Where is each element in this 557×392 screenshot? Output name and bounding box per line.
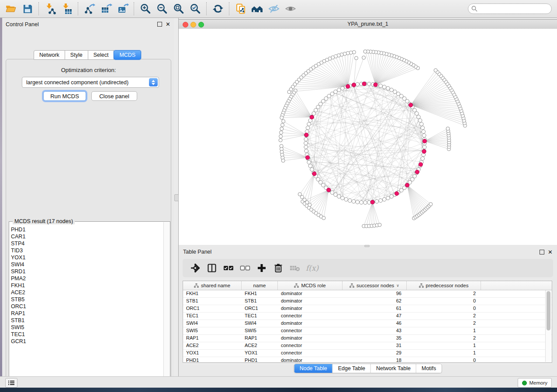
graph-node[interactable]: [341, 86, 345, 90]
zoom-in-button[interactable]: [137, 1, 154, 16]
graph-node[interactable]: [307, 160, 311, 164]
graph-dominator-node[interactable]: [312, 172, 316, 175]
column-header-MCDS-role[interactable]: MCDS role: [278, 281, 343, 290]
graph-node[interactable]: [434, 69, 437, 72]
graph-dominator-node[interactable]: [394, 192, 398, 196]
tab-network-table[interactable]: Network Table: [370, 364, 416, 373]
graph-node[interactable]: [362, 56, 366, 59]
cell-name[interactable]: STB1: [242, 298, 278, 305]
mcds-result-node[interactable]: SWI4: [11, 261, 163, 268]
graph-dominator-node[interactable]: [304, 133, 308, 137]
tab-node-table[interactable]: Node Table: [294, 364, 332, 373]
table-row[interactable]: TEC1TEC1connector472: [183, 313, 552, 320]
graph-node[interactable]: [312, 112, 316, 116]
console-button[interactable]: [5, 378, 17, 388]
mcds-result-node[interactable]: ACE2: [11, 289, 163, 296]
graph-node[interactable]: [308, 164, 312, 168]
graph-node[interactable]: [307, 122, 311, 126]
cell-name[interactable]: TEC1: [242, 313, 278, 320]
tab-network[interactable]: Network: [34, 50, 65, 60]
mcds-result-node[interactable]: FKH1: [11, 282, 163, 289]
mcds-result-node[interactable]: TID3: [11, 247, 163, 254]
cell-shared-name[interactable]: SWI5: [183, 327, 242, 334]
cell-successor-nodes[interactable]: 47: [343, 313, 407, 320]
cell-mcds-role[interactable]: connector: [278, 342, 343, 349]
graph-node[interactable]: [304, 138, 308, 141]
graph-dominator-node[interactable]: [327, 188, 331, 192]
tab-edge-table[interactable]: Edge Table: [332, 364, 370, 373]
network-window-titlebar[interactable]: YPA_prune.txt_1: [179, 20, 557, 29]
graph-node[interactable]: [422, 134, 426, 138]
close-panel-button[interactable]: Close panel: [91, 91, 137, 101]
graph-node[interactable]: [421, 126, 425, 130]
graph-dominator-node[interactable]: [346, 84, 350, 88]
zoom-fit-button[interactable]: [170, 1, 187, 16]
cell-shared-name[interactable]: ACE2: [183, 342, 242, 349]
cell-successor-nodes[interactable]: 96: [343, 290, 407, 297]
table-row[interactable]: STB1STB1dominator620: [183, 298, 552, 305]
deselect-all-button[interactable]: [239, 262, 251, 274]
open-file-button[interactable]: [3, 1, 19, 16]
mcds-result-node[interactable]: SWI5: [11, 324, 163, 331]
clone-network-button[interactable]: [232, 1, 249, 16]
graph-node[interactable]: [375, 199, 379, 203]
graph-node[interactable]: [306, 126, 310, 130]
hide-selected-button[interactable]: [266, 1, 282, 16]
close-panel-icon[interactable]: ✕: [548, 250, 553, 254]
graph-node[interactable]: [379, 84, 383, 88]
table-row[interactable]: FKH1FKH1dominator962: [183, 290, 552, 298]
vertical-splitter[interactable]: [174, 18, 179, 376]
splitter-grip[interactable]: [174, 194, 179, 201]
graph-node[interactable]: [310, 168, 314, 172]
select-all-button[interactable]: [223, 262, 234, 274]
network-graph[interactable]: [179, 29, 557, 245]
cell-shared-name[interactable]: ORC1: [183, 305, 242, 312]
graph-dominator-node[interactable]: [362, 82, 366, 86]
cell-successor-nodes[interactable]: 31: [343, 342, 407, 349]
delete-column-button[interactable]: [273, 262, 284, 274]
graph-node[interactable]: [280, 131, 283, 134]
mcds-result-node[interactable]: GCR1: [11, 338, 163, 345]
graph-node[interactable]: [281, 123, 284, 127]
zoom-selected-button[interactable]: [187, 1, 204, 16]
cell-successor-nodes[interactable]: 62: [343, 298, 407, 305]
mcds-result-node[interactable]: SRD1: [11, 268, 163, 275]
cell-predecessor-nodes[interactable]: 2: [407, 290, 481, 297]
mcds-result-node[interactable]: STB1: [11, 317, 163, 324]
cell-name[interactable]: YOX1: [242, 350, 278, 357]
graph-node[interactable]: [363, 50, 367, 53]
graph-node[interactable]: [429, 203, 432, 206]
graph-dominator-node[interactable]: [405, 183, 409, 187]
graph-node[interactable]: [363, 201, 367, 205]
graph-node[interactable]: [280, 127, 284, 131]
mcds-result-node[interactable]: PMA2: [11, 275, 163, 282]
graph-dominator-node[interactable]: [310, 115, 314, 119]
cell-shared-name[interactable]: PHD1: [183, 357, 242, 364]
graph-dominator-node[interactable]: [409, 103, 413, 107]
mcds-result-scrollbar[interactable]: [163, 222, 170, 383]
scrollbar-thumb[interactable]: [547, 291, 550, 330]
column-header-successor-nodes[interactable]: successor nodes∨: [343, 281, 407, 290]
graph-dominator-node[interactable]: [370, 200, 374, 204]
import-table-button[interactable]: [59, 1, 75, 16]
graph-node[interactable]: [356, 200, 360, 204]
close-panel-icon[interactable]: ✕: [166, 22, 170, 26]
graph-node[interactable]: [352, 199, 356, 203]
cell-name[interactable]: ORC1: [242, 305, 278, 312]
sort-indicator-icon[interactable]: ∨: [396, 283, 399, 288]
graph-dominator-node[interactable]: [415, 170, 419, 174]
cell-mcds-role[interactable]: dominator: [278, 298, 343, 305]
graph-node[interactable]: [314, 108, 318, 112]
graph-node[interactable]: [282, 120, 285, 123]
graph-dominator-node[interactable]: [352, 83, 356, 87]
graph-node[interactable]: [280, 116, 284, 120]
graph-node[interactable]: [304, 141, 308, 145]
cell-predecessor-nodes[interactable]: 0: [407, 357, 481, 364]
graph-node[interactable]: [422, 145, 426, 149]
cell-successor-nodes[interactable]: 43: [343, 327, 407, 334]
table-row[interactable]: ACE2ACE2connector311: [183, 342, 552, 350]
cell-predecessor-nodes[interactable]: 0: [407, 298, 481, 305]
graph-node[interactable]: [382, 197, 386, 201]
cell-shared-name[interactable]: YOX1: [183, 350, 242, 357]
cell-name[interactable]: ACE2: [242, 342, 278, 349]
